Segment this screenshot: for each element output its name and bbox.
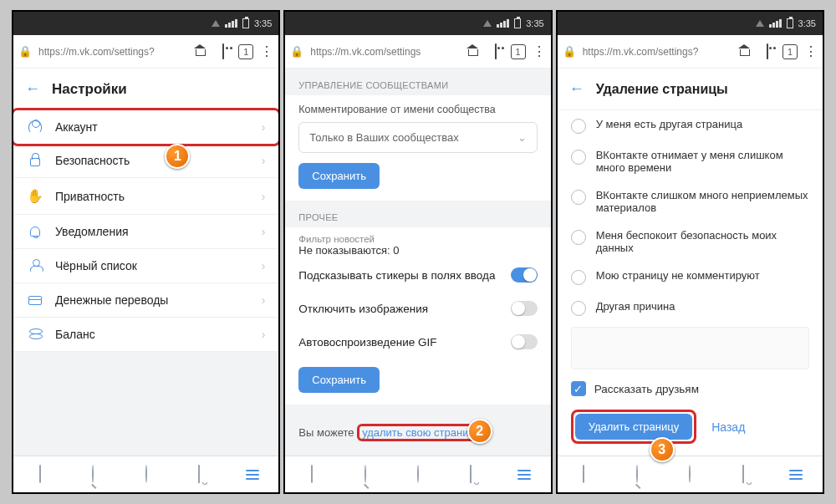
robot-icon[interactable] [215,44,232,59]
nav-notifications-icon[interactable] [734,466,752,483]
commenting-select[interactable]: Только в Ваших сообществах ⌄ [298,122,537,153]
option-label: Отключить изображения [298,303,428,315]
nav-messages-icon[interactable] [681,466,699,483]
browser-url-bar: 🔒 https://m.vk.com/settings? 1 ⋮ [13,35,278,69]
reason-option[interactable]: Мою страницу не комментируют [558,262,823,293]
signal-empty-icon [756,20,764,27]
url-text: https://m.vk.com/settings? [38,46,185,58]
option-gif[interactable]: Автовоспроизведение GIF [285,325,550,359]
select-value: Только в Ваших сообществах [309,131,458,144]
nav-notifications-icon[interactable] [190,466,208,483]
bottom-nav [285,456,550,492]
reasons-list: У меня есть другая страница ВКонтакте от… [558,110,823,323]
settings-row-money[interactable]: Денежные переводы › [13,283,278,318]
nav-messages-icon[interactable] [137,466,155,483]
menu-dots-icon[interactable]: ⋮ [804,43,818,59]
nav-search-icon[interactable] [628,466,646,483]
reason-option[interactable]: ВКонтакте отнимает у меня слишком много … [558,141,823,181]
nav-menu-icon[interactable] [787,470,805,480]
back-arrow-icon[interactable]: ← [25,80,40,98]
option-label: Автовоспроизведение GIF [298,336,436,349]
chevron-down-icon: ⌄ [517,131,527,144]
battery-icon [787,18,793,28]
save-button[interactable]: Сохранить [298,367,380,393]
browser-url-bar: 🔒 https://m.vk.com/settings? 1 ⋮ [558,35,823,69]
option-label: Подсказывать стикеры в полях ввода [298,269,495,282]
home-icon[interactable] [464,44,481,59]
person-icon [27,120,43,134]
toggle-on-icon[interactable] [511,267,538,283]
save-button[interactable]: Сохранить [298,163,380,189]
reason-textarea[interactable] [571,327,809,369]
bell-icon [27,227,43,237]
chevron-right-icon: › [262,120,266,134]
nav-news-icon[interactable] [31,466,49,483]
tab-count[interactable]: 1 [511,44,526,59]
reason-option[interactable]: ВКонтакте слишком много неприемлемых мат… [558,181,823,221]
chevron-right-icon: › [262,154,266,167]
back-link[interactable]: Назад [711,420,745,434]
settings-row-privacy[interactable]: ✋ Приватность › [13,178,278,215]
checkbox-checked-icon[interactable]: ✓ [571,381,586,396]
nav-search-icon[interactable] [356,466,375,483]
phone-screen-1: 3:35 🔒 https://m.vk.com/settings? 1 ⋮ ← … [12,10,280,494]
reason-option[interactable]: Меня беспокоит безопасность моих данных [558,221,823,262]
reason-label: У меня есть другая страница [596,118,742,130]
menu-dots-icon[interactable]: ⋮ [260,43,273,59]
nav-notifications-icon[interactable] [461,466,480,483]
settings-row-account[interactable]: Аккаунт › [13,108,278,146]
settings-row-balance[interactable]: Баланс › [13,318,278,352]
nav-search-icon[interactable] [84,466,102,483]
hint-pre: Вы можете [298,426,357,439]
delete-page-button[interactable]: Удалить страницу [575,414,693,440]
reason-option[interactable]: Другая причина [558,293,823,323]
settings-list: Аккаунт › Безопасность › ✋ Приватность ›… [13,110,278,382]
settings-row-blacklist[interactable]: Чёрный список › [13,249,278,283]
tell-friends-row[interactable]: ✓ Рассказать друзьям [558,373,823,405]
row-label: Безопасность [55,154,130,167]
home-icon[interactable] [191,44,208,59]
robot-icon[interactable] [487,44,504,59]
clock: 3:35 [798,18,816,28]
settings-row-notifications[interactable]: Уведомления › [13,215,278,249]
page-header: ← Настройки [13,69,278,110]
bottom-nav [558,456,823,492]
toggle-off-icon[interactable] [511,301,538,316]
row-label: Уведомления [55,225,129,238]
radio-icon [571,301,586,316]
highlight-box: Удалить страницу [571,410,697,444]
chevron-right-icon: › [262,225,266,238]
settings-row-security[interactable]: Безопасность › [13,144,278,178]
section-head-communities: УПРАВЛЕНИЕ СООБЩЕСТВАМИ [285,69,550,95]
nav-messages-icon[interactable] [409,466,427,483]
card-icon [27,296,43,305]
toggle-off-icon[interactable] [511,334,538,349]
chevron-right-icon: › [262,328,266,341]
radio-icon [571,230,586,245]
tab-count[interactable]: 1 [782,44,798,59]
signal-icon [497,19,509,28]
reason-option[interactable]: У меня есть другая страница [558,110,823,141]
tell-friends-label: Рассказать друзьям [594,383,699,395]
back-arrow-icon[interactable]: ← [569,80,584,98]
radio-icon [571,150,586,165]
phone-screen-3: 3:35 🔒 https://m.vk.com/settings? 1 ⋮ ← … [556,10,824,494]
nav-news-icon[interactable] [303,466,321,483]
radio-icon [571,119,586,134]
nav-menu-icon[interactable] [515,470,533,480]
option-images[interactable]: Отключить изображения [285,292,550,325]
settings-content: ← Настройки Аккаунт › Безопасность › ✋ П… [13,69,278,456]
nav-menu-icon[interactable] [243,470,262,480]
robot-icon[interactable] [759,44,776,59]
nav-news-icon[interactable] [574,466,593,483]
tab-count[interactable]: 1 [238,44,253,59]
news-filter-block[interactable]: Фильтр новостей Не показываются: 0 [285,227,550,258]
lock-icon: 🔒 [563,45,576,58]
clock: 3:35 [526,18,543,28]
battery-icon [514,18,521,28]
option-stickers[interactable]: Подсказывать стикеры в полях ввода [285,258,550,292]
commenting-label: Комментирование от имени сообщества [298,104,537,115]
home-icon[interactable] [736,44,752,59]
menu-dots-icon[interactable]: ⋮ [533,43,546,59]
page-title: Настройки [52,81,127,98]
